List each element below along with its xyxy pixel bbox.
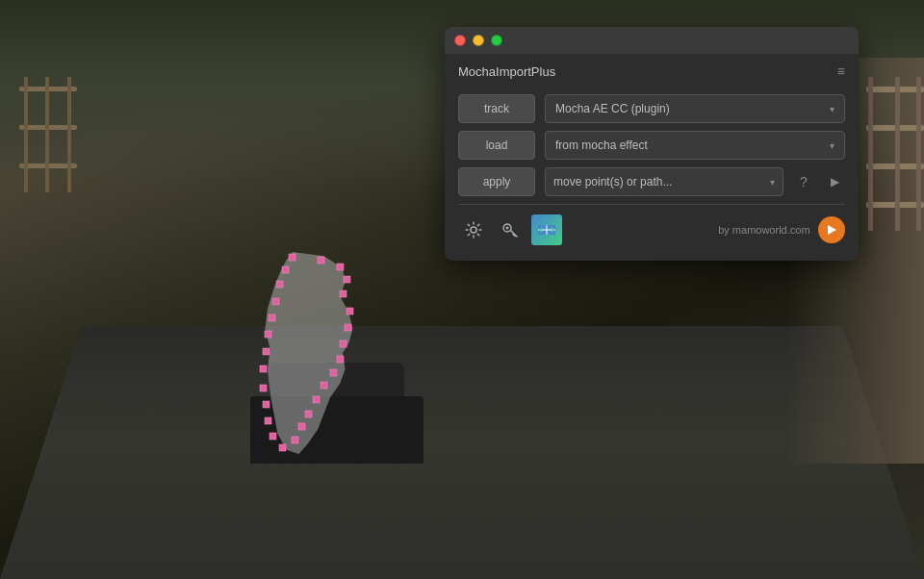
svg-rect-27 [292, 437, 298, 443]
svg-rect-12 [916, 77, 921, 231]
brand-area: by mamoworld.com [568, 216, 845, 243]
panel-content: track Mocha AE CC (plugin) ▾ load from m… [445, 87, 859, 261]
track-row: track Mocha AE CC (plugin) ▾ [458, 94, 845, 123]
panel-divider [458, 204, 845, 205]
svg-rect-22 [330, 369, 337, 376]
svg-rect-24 [313, 396, 320, 403]
svg-rect-23 [321, 382, 327, 389]
panel-titlebar [445, 27, 859, 54]
key-icon[interactable] [495, 214, 526, 245]
play-button[interactable]: ▶ [824, 171, 845, 192]
svg-rect-32 [260, 385, 267, 391]
panel-header: MochaImportPlus ≡ [445, 54, 859, 87]
svg-rect-39 [282, 266, 289, 273]
close-button[interactable] [454, 35, 466, 46]
svg-rect-3 [24, 77, 28, 192]
apply-dropdown[interactable]: move point(s) or path... ▾ [545, 167, 783, 196]
apply-dropdown-arrow: ▾ [770, 177, 775, 188]
load-dropdown-value: from mocha effect [555, 138, 826, 152]
svg-rect-37 [272, 298, 279, 305]
svg-rect-20 [340, 340, 346, 347]
track-dropdown[interactable]: Mocha AE CC (plugin) ▾ [545, 94, 845, 123]
svg-rect-13 [289, 254, 295, 261]
svg-rect-4 [67, 77, 71, 192]
svg-rect-11 [895, 77, 900, 231]
help-button[interactable]: ? [793, 171, 814, 192]
track-button[interactable]: track [458, 94, 535, 123]
svg-rect-18 [346, 308, 353, 315]
svg-rect-26 [298, 423, 305, 430]
brand-icon[interactable] [818, 216, 845, 243]
tracking-dots [255, 252, 380, 454]
svg-rect-35 [265, 331, 271, 338]
maximize-button[interactable] [491, 35, 502, 46]
tools-row: by mamoworld.com [458, 209, 845, 249]
svg-rect-16 [344, 276, 350, 283]
apply-dropdown-value: move point(s) or path... [553, 175, 762, 189]
svg-rect-30 [265, 417, 271, 424]
svg-rect-21 [337, 356, 344, 363]
svg-point-40 [471, 227, 476, 233]
svg-marker-46 [828, 225, 836, 235]
svg-rect-34 [263, 348, 270, 355]
load-row: load from mocha effect ▾ [458, 131, 845, 160]
svg-rect-31 [263, 401, 270, 408]
svg-rect-33 [260, 365, 267, 372]
svg-rect-15 [337, 264, 344, 270]
load-button[interactable]: load [458, 131, 535, 160]
plugin-panel: MochaImportPlus ≡ track Mocha AE CC (plu… [445, 27, 859, 261]
track-dropdown-arrow: ▾ [830, 104, 834, 114]
svg-rect-38 [276, 281, 283, 288]
svg-rect-17 [340, 290, 346, 297]
svg-rect-36 [269, 315, 275, 321]
tracked-object [255, 252, 380, 454]
apply-row: apply move point(s) or path... ▾ ? ▶ [458, 167, 845, 196]
svg-rect-25 [305, 411, 312, 417]
brand-text: by mamoworld.com [718, 224, 809, 236]
gear-icon[interactable] [458, 214, 489, 245]
panel-title: MochaImportPlus [458, 64, 830, 79]
apply-button[interactable]: apply [458, 167, 535, 196]
svg-rect-19 [345, 324, 351, 331]
svg-rect-14 [318, 257, 324, 264]
track-dropdown-value: Mocha AE CC (plugin) [555, 102, 826, 115]
minimize-button[interactable] [473, 35, 484, 46]
load-dropdown-arrow: ▾ [830, 140, 834, 151]
svg-point-42 [506, 227, 509, 230]
svg-rect-28 [279, 444, 286, 451]
menu-icon[interactable]: ≡ [837, 63, 845, 79]
svg-rect-10 [868, 77, 873, 231]
load-dropdown[interactable]: from mocha effect ▾ [545, 131, 845, 160]
align-icon[interactable] [531, 214, 562, 245]
left-guardrail [19, 48, 77, 317]
svg-rect-5 [45, 77, 49, 192]
svg-rect-29 [270, 433, 276, 440]
